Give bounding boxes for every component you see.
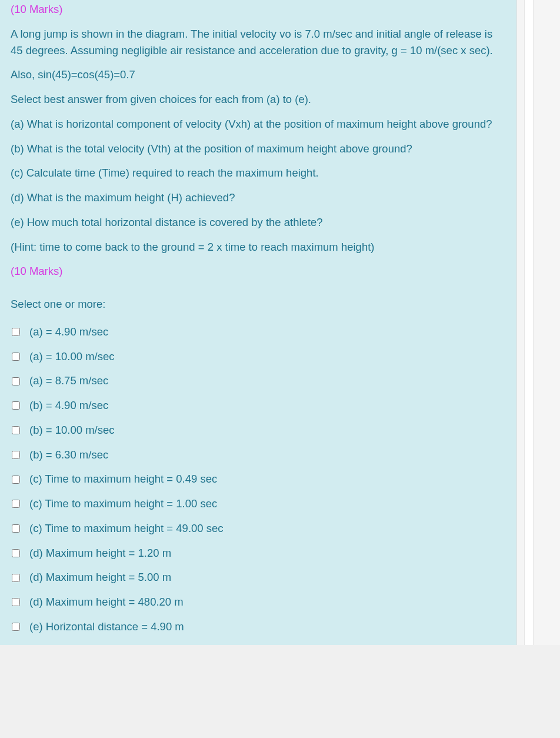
also-line: Also, sin(45)=cos(45)=0.7	[11, 67, 506, 83]
marks-top: (10 Marks)	[11, 1, 506, 18]
option-row: (a) = 8.75 m/sec	[11, 368, 506, 393]
page-container: (10 Marks) A long jump is shown in the d…	[0, 0, 560, 645]
option-checkbox-3[interactable]	[12, 401, 20, 410]
option-row: (b) = 10.00 m/sec	[11, 418, 506, 443]
option-checkbox-4[interactable]	[12, 426, 20, 434]
option-row: (b) = 4.90 m/sec	[11, 393, 506, 418]
option-label: (c) Time to maximum height = 1.00 sec	[29, 496, 217, 512]
option-row: (d) Maximum height = 480.20 m	[11, 590, 506, 614]
option-checkbox-9[interactable]	[12, 549, 20, 557]
option-checkbox-2[interactable]	[12, 377, 20, 385]
option-label: (d) Maximum height = 5.00 m	[29, 569, 171, 586]
option-label: (d) Maximum height = 480.20 m	[29, 594, 184, 610]
select-instruction: Select best answer from given choices fo…	[11, 91, 506, 108]
option-row: (c) Time to maximum height = 49.00 sec	[11, 516, 506, 541]
question-b: (b) What is the total velocity (Vth) at …	[11, 141, 506, 157]
option-row: (d) Maximum height = 5.00 m	[11, 565, 506, 590]
option-row: (c) Time to maximum height = 0.49 sec	[11, 467, 506, 491]
options-intro: Select one or more:	[11, 296, 506, 313]
question-c: (c) Calculate time (Time) required to re…	[11, 165, 506, 181]
option-checkbox-7[interactable]	[12, 500, 20, 508]
question-a: (a) What is horizontal component of velo…	[11, 116, 506, 132]
option-row: (b) = 6.30 m/sec	[11, 443, 506, 467]
option-row: (a) = 4.90 m/sec	[11, 320, 506, 344]
option-label: (d) Maximum height = 1.20 m	[29, 545, 171, 561]
option-checkbox-6[interactable]	[12, 476, 20, 484]
option-row: (d) Maximum height = 1.20 m	[11, 541, 506, 566]
option-label: (c) Time to maximum height = 0.49 sec	[29, 471, 217, 487]
option-checkbox-12[interactable]	[12, 623, 20, 631]
option-label: (e) Horizontal distance = 4.90 m	[29, 619, 184, 635]
hint: (Hint: time to come back to the ground =…	[11, 239, 506, 255]
option-checkbox-8[interactable]	[12, 524, 20, 533]
option-label: (b) = 4.90 m/sec	[29, 397, 108, 414]
option-checkbox-5[interactable]	[12, 451, 20, 459]
option-checkbox-10[interactable]	[12, 574, 20, 582]
option-label: (a) = 10.00 m/sec	[29, 348, 114, 365]
option-row: (c) Time to maximum height = 1.00 sec	[11, 491, 506, 516]
right-gutter	[516, 0, 560, 645]
question-e: (e) How much total horizontal distance i…	[11, 214, 506, 231]
question-panel: (10 Marks) A long jump is shown in the d…	[0, 0, 516, 645]
option-row: (e) Horizontal distance = 4.90 m	[11, 614, 506, 639]
option-row: (a) = 10.00 m/sec	[11, 344, 506, 369]
option-label: (a) = 8.75 m/sec	[29, 373, 108, 389]
question-d: (d) What is the maximum height (H) achie…	[11, 190, 506, 206]
problem-intro: A long jump is shown in the diagram. The…	[11, 26, 506, 59]
option-label: (c) Time to maximum height = 49.00 sec	[29, 520, 224, 537]
option-checkbox-1[interactable]	[12, 353, 20, 361]
option-checkbox-11[interactable]	[12, 598, 20, 606]
option-checkbox-0[interactable]	[12, 328, 20, 336]
option-label: (b) = 10.00 m/sec	[29, 422, 114, 438]
marks-bottom: (10 Marks)	[11, 263, 506, 280]
option-label: (b) = 6.30 m/sec	[29, 447, 108, 463]
option-label: (a) = 4.90 m/sec	[29, 324, 108, 340]
